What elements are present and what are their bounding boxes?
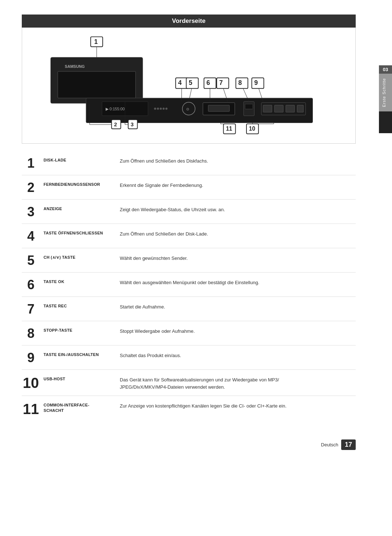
svg-rect-19 xyxy=(274,105,283,112)
svg-rect-20 xyxy=(286,105,294,112)
item-number: 3 xyxy=(22,205,44,218)
svg-point-6 xyxy=(154,107,156,110)
item-number: 8 xyxy=(22,326,44,340)
svg-text:SAMSUNG: SAMSUNG xyxy=(65,64,85,69)
main-content: Vorderseite SAMSUNG ▶ 0:155:00 ⊙ xyxy=(22,15,356,421)
svg-rect-21 xyxy=(297,105,304,112)
item-number: 2 xyxy=(22,180,44,194)
item-description: Stoppt Wiedergabe oder Aufnahme. xyxy=(120,326,356,335)
items-list: 1DISK-LADEZum Öffnen und Schließen des D… xyxy=(22,151,356,421)
item-description: Zur Anzeige von kostenpflichtigen Kanäle… xyxy=(120,401,356,410)
item-description: Zeigt den Wiedergabe-Status, die Uhrzeit… xyxy=(120,205,356,213)
item-description: Das Gerät kann für Softwareaktualisierun… xyxy=(120,375,356,390)
svg-text:6: 6 xyxy=(207,79,210,86)
item-label: STOPP-TASTE xyxy=(44,328,114,333)
list-item: 4TASTE ÖFFNEN/SCHLIESSENZum Öffnen und S… xyxy=(22,224,356,248)
item-label: TASTE OK xyxy=(44,279,114,285)
item-description: Startet die Aufnahme. xyxy=(120,302,356,311)
svg-text:9: 9 xyxy=(254,79,258,86)
svg-text:4: 4 xyxy=(178,79,182,86)
item-description: Erkennt die Signale der Fernbedienung. xyxy=(120,180,356,189)
item-label: USB-HOST xyxy=(44,376,114,382)
svg-text:3: 3 xyxy=(131,122,134,127)
item-label: TASTE ÖFFNEN/SCHLIESSEN xyxy=(44,230,114,236)
item-label: ANZEIGE xyxy=(44,206,114,212)
list-item: 8STOPP-TASTEStoppt Wiedergabe oder Aufna… xyxy=(22,321,356,345)
svg-point-8 xyxy=(160,107,162,110)
diagram-area: SAMSUNG ▶ 0:155:00 ⊙ xyxy=(22,28,356,144)
item-label: CH (∧/∨) TASTE xyxy=(44,255,114,260)
svg-rect-16 xyxy=(245,104,253,109)
item-number: 6 xyxy=(22,278,44,291)
list-item: 5CH (∧/∨) TASTEWählt den gewünschten Sen… xyxy=(22,248,356,273)
list-item: 1DISK-LADEZum Öffnen und Schließen des D… xyxy=(22,151,356,175)
list-item: 10USB-HOSTDas Gerät kann für Softwareakt… xyxy=(22,370,356,396)
item-number: 1 xyxy=(22,156,44,170)
list-item: 7TASTE RECStartet die Aufnahme. xyxy=(22,297,356,321)
svg-point-10 xyxy=(166,107,168,110)
svg-text:⊙: ⊙ xyxy=(186,107,189,111)
svg-text:11: 11 xyxy=(226,126,232,132)
side-tab-black-bar xyxy=(379,111,392,133)
svg-rect-18 xyxy=(263,105,272,112)
item-label: TASTE REC xyxy=(44,303,114,309)
svg-text:2: 2 xyxy=(114,122,117,127)
side-tab: 03 Erste Schritte xyxy=(379,65,392,133)
item-number: 7 xyxy=(22,302,44,316)
svg-point-7 xyxy=(157,107,159,110)
item-label: COMMON-INTERFACE-SCHACHT xyxy=(44,402,114,414)
svg-rect-2 xyxy=(58,71,136,98)
item-number: 4 xyxy=(22,229,44,243)
item-number: 5 xyxy=(22,253,44,267)
item-label: TASTE EIN-/AUSSCHALTEN xyxy=(44,352,114,357)
list-item: 3ANZEIGEZeigt den Wiedergabe-Status, die… xyxy=(22,200,356,224)
list-item: 11COMMON-INTERFACE-SCHACHTZur Anzeige vo… xyxy=(22,396,356,421)
device-diagram: SAMSUNG ▶ 0:155:00 ⊙ xyxy=(29,35,348,136)
item-number: 11 xyxy=(22,401,44,416)
item-description: Zum Öffnen und Schließen der Disk-Lade. xyxy=(120,229,356,238)
list-item: 6TASTE OKWählt den ausgewählten Menüpunk… xyxy=(22,273,356,297)
side-tab-number: 03 xyxy=(379,65,392,74)
section-header: Vorderseite xyxy=(22,15,356,28)
item-description: Schaltet das Produkt ein/aus. xyxy=(120,351,356,359)
list-item: 9TASTE EIN-/AUSSCHALTENSchaltet das Prod… xyxy=(22,345,356,370)
svg-text:10: 10 xyxy=(249,126,256,132)
footer-language: Deutsch xyxy=(321,442,338,447)
item-description: Wählt den ausgewählten Menüpunkt oder be… xyxy=(120,278,356,286)
page-footer: Deutsch 17 xyxy=(0,436,392,454)
svg-text:8: 8 xyxy=(238,79,242,86)
svg-rect-14 xyxy=(208,105,230,112)
item-number: 10 xyxy=(22,375,44,390)
svg-text:▶ 0:155:00: ▶ 0:155:00 xyxy=(106,107,125,111)
side-tab-text: Erste Schritte xyxy=(379,74,392,111)
svg-text:5: 5 xyxy=(189,79,192,86)
item-label: FERNBEDIENUNGSSENSOR xyxy=(44,182,114,187)
item-description: Wählt den gewünschten Sender. xyxy=(120,253,356,262)
svg-text:7: 7 xyxy=(219,79,223,86)
item-number: 9 xyxy=(22,351,44,364)
svg-text:1: 1 xyxy=(94,38,98,45)
list-item: 2FERNBEDIENUNGSSENSORErkennt die Signale… xyxy=(22,175,356,200)
svg-point-9 xyxy=(163,107,165,110)
item-description: Zum Öffnen und Schließen des Diskfachs. xyxy=(120,156,356,165)
footer-page-number: 17 xyxy=(341,439,356,450)
item-label: DISK-LADE xyxy=(44,157,114,163)
